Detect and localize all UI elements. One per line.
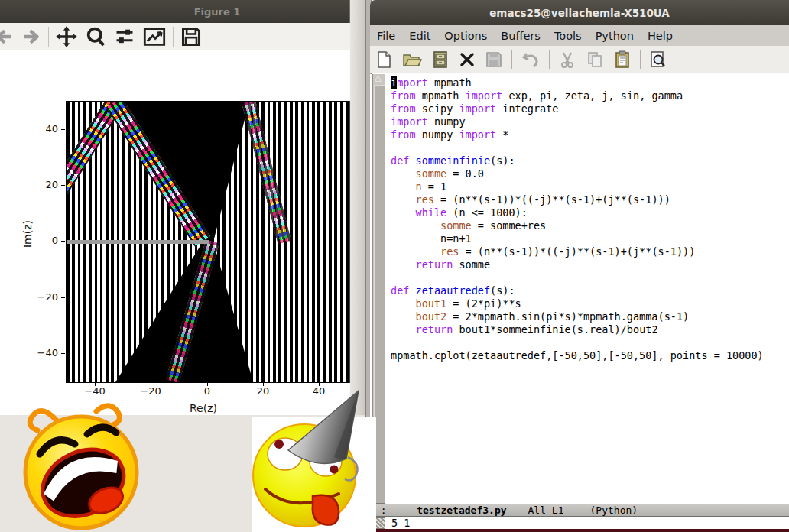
code-line: from numpy import *: [391, 128, 764, 141]
open-file-icon[interactable]: [402, 50, 422, 69]
figure-window: Figure 1: [0, 0, 350, 415]
gray-zero-line: [67, 240, 209, 244]
toolbar-separator: [549, 50, 550, 69]
copy-icon-disabled[interactable]: [586, 50, 604, 69]
x-tick-label: −20: [132, 385, 169, 397]
toolbar-separator: [511, 50, 512, 69]
menu-file[interactable]: File: [370, 28, 402, 44]
menu-help[interactable]: Help: [641, 28, 680, 44]
pupil-right: [330, 466, 339, 474]
rainbow-diagonal-top-left: [66, 101, 123, 246]
code-editor[interactable]: import mpmathfrom mpmath import exp, pi,…: [391, 76, 764, 362]
y-tick: [61, 185, 65, 186]
code-line: [391, 271, 764, 284]
menu-python[interactable]: Python: [589, 28, 641, 44]
code-line: n=n+1: [391, 232, 764, 245]
pan-icon[interactable]: [56, 26, 77, 47]
configure-subplots-icon[interactable]: [114, 26, 135, 47]
code-line: def sommeinfinie(s):: [391, 154, 764, 167]
code-line: mpmath.cplot(zetaautredef,[-50,50],[-50,…: [391, 349, 764, 362]
menu-options[interactable]: Options: [437, 28, 494, 44]
window-bottom-edge[interactable]: [370, 529, 789, 532]
y-tick-label: −20: [26, 291, 58, 303]
x-tick-label: 0: [189, 385, 226, 397]
save-icon[interactable]: [180, 26, 202, 47]
figure-toolbar: [0, 23, 350, 50]
rainbow-diagonal-top-right: [242, 101, 291, 244]
code-line: somme = 0.0: [391, 167, 764, 180]
kill-buffer-icon[interactable]: [459, 51, 476, 68]
modeline-state: -:---: [375, 504, 404, 516]
code-line: res = (n**(s-1))*((-j)**(s-1)+(j**(s-1))…: [391, 245, 764, 258]
code-line: while (n <= 1000):: [391, 206, 764, 219]
code-line: bout2 = 2*mpmath.sin(pi*s)*mpmath.gamma(…: [391, 310, 764, 323]
y-tick: [61, 297, 65, 298]
emacs-modeline: -:--- testzetadef3.py All L1 (Python): [370, 504, 789, 517]
menu-buffers[interactable]: Buffers: [494, 28, 547, 44]
y-tick-label: 40: [26, 123, 58, 135]
undo-icon-disabled[interactable]: [521, 50, 541, 69]
code-line: return bout1*sommeinfinie(s.real)/bout2: [391, 323, 764, 336]
code-line: [391, 141, 764, 154]
x-axis-title: Re(z): [190, 402, 217, 414]
code-line: import numpy: [391, 115, 764, 128]
emacs-minibuffer[interactable]: 5 1: [370, 517, 789, 529]
edit-axes-icon[interactable]: [143, 26, 166, 47]
emacs-window-title: emacs25@vellachemla-X510UA: [489, 7, 670, 19]
code-line: def zetaautredef(s):: [391, 284, 764, 297]
y-tick: [61, 241, 65, 242]
code-line: bout1 = (2*pi)**s: [391, 297, 764, 310]
figure-window-title: Figure 1: [110, 6, 241, 18]
toolbar-separator: [173, 27, 174, 47]
code-line: somme = somme+res: [391, 219, 764, 232]
code-line: from mpmath import exp, pi, zeta, j, sin…: [391, 89, 764, 102]
code-line: n = 1: [391, 180, 764, 193]
party-smiley-image: [248, 384, 377, 532]
minibuffer-text: 5 1: [391, 517, 410, 529]
new-file-icon[interactable]: [375, 50, 393, 69]
screen: { "figure_window": { "title": "Figure 1"…: [0, 0, 789, 532]
modeline-major-mode[interactable]: (Python): [590, 504, 638, 516]
modeline-position: All L1: [528, 504, 564, 516]
x-tick-label: −40: [76, 385, 113, 397]
complex-plot[interactable]: [66, 101, 350, 383]
y-tick: [61, 129, 65, 130]
scrollbar-arrow-icon: △: [375, 73, 381, 83]
figure-titlebar[interactable]: Figure 1: [0, 0, 350, 23]
menu-edit[interactable]: Edit: [402, 28, 437, 44]
modeline-buffer-name[interactable]: testzetadef3.py: [417, 504, 506, 516]
cut-icon-disabled[interactable]: [558, 50, 576, 69]
laughing-smiley-image: [17, 401, 147, 532]
y-tick-label: −40: [26, 347, 58, 358]
search-icon[interactable]: [649, 50, 667, 69]
code-line: res = (n**(s-1))*((-j)**(s-1)+(j**(s-1))…: [391, 193, 764, 206]
code-line: from scipy import integrate: [391, 102, 764, 115]
code-line: import mpmath: [391, 76, 764, 89]
code-line: [391, 336, 764, 349]
dired-icon[interactable]: [431, 50, 450, 69]
pupil-left: [274, 440, 284, 449]
toolbar-separator: [48, 27, 49, 47]
code-line: return somme: [391, 258, 764, 271]
emacs-menubar: File Edit Options Buffers Tools Python H…: [370, 25, 789, 46]
y-tick-label: 20: [26, 179, 58, 190]
back-icon[interactable]: [0, 27, 14, 47]
y-axis-title: Im(z): [21, 220, 34, 248]
emacs-buffer-area[interactable]: △ import mpmathfrom mpmath import exp, p…: [370, 74, 789, 504]
paste-icon[interactable]: [613, 50, 632, 69]
emacs-window: emacs25@vellachemla-X510UA File Edit Opt…: [365, 0, 789, 532]
forward-icon[interactable]: [21, 27, 41, 47]
y-tick: [61, 353, 65, 354]
emacs-toolbar: [370, 46, 789, 73]
toolbar-separator: [640, 50, 641, 69]
tongue: [313, 495, 339, 525]
emacs-titlebar[interactable]: emacs25@vellachemla-X510UA: [370, 0, 789, 25]
zoom-icon[interactable]: [85, 26, 106, 47]
save-icon-disabled[interactable]: [485, 50, 503, 69]
menu-tools[interactable]: Tools: [547, 28, 589, 44]
